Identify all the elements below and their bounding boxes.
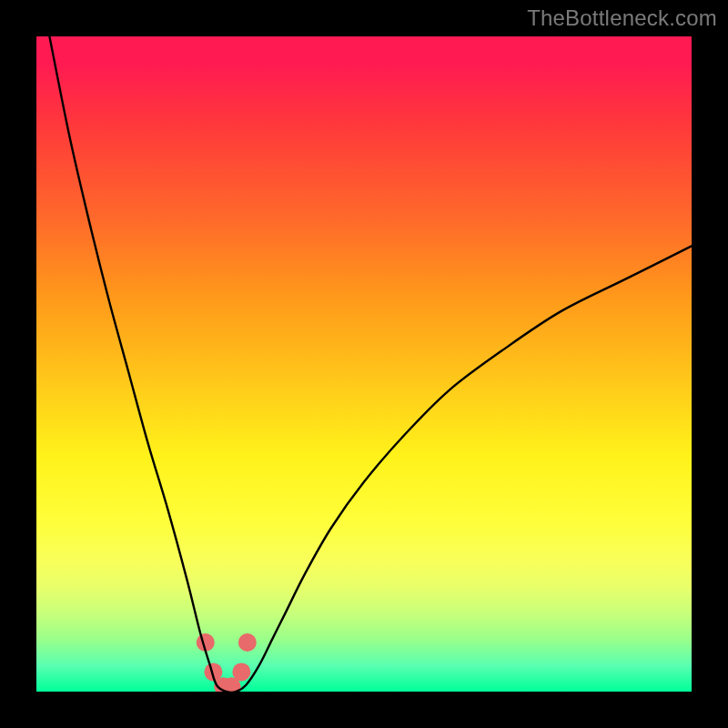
bottleneck-curve [49, 36, 692, 692]
curve-layer [36, 36, 692, 692]
dip-marker [232, 662, 250, 681]
dip-marker [238, 633, 257, 652]
plot-area [36, 36, 692, 692]
chart-frame: TheBottleneck.com [0, 0, 728, 728]
watermark-text: TheBottleneck.com [527, 5, 717, 31]
